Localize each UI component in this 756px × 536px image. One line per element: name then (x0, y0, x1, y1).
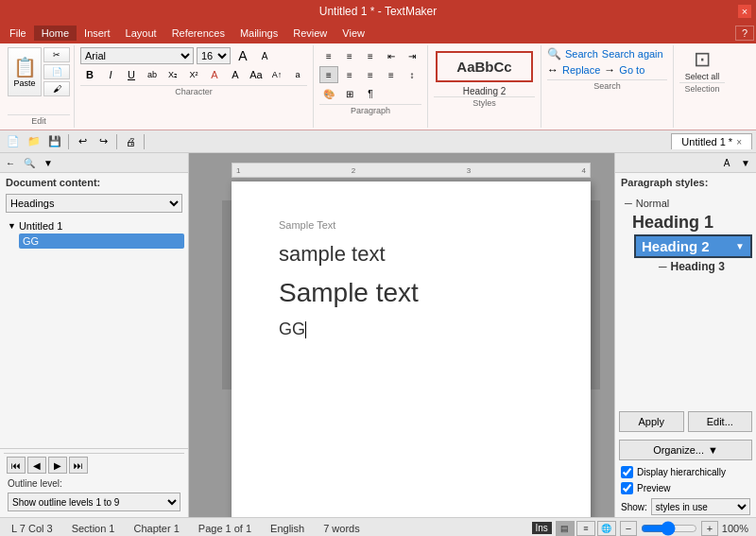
align-justify-button[interactable]: ≡ (382, 66, 401, 83)
format-paint-button[interactable]: 🖌 (43, 81, 70, 96)
search-magnifier-icon: 🔍 (547, 47, 561, 61)
menu-mailings[interactable]: Mailings (232, 26, 285, 41)
style-normal[interactable]: ─ Normal (619, 196, 752, 211)
right-collapse[interactable]: ▼ (737, 155, 754, 170)
superscript-button[interactable]: X² (184, 66, 203, 83)
print-button[interactable]: 🖨 (121, 133, 140, 150)
show-row: Show: styles in use all styles custom (615, 496, 756, 517)
doc-area[interactable]: 1234 Sample Text sample text Sample text… (189, 153, 614, 517)
numbering-button[interactable]: ≡ (340, 47, 359, 64)
clear-format-button[interactable]: Aa (247, 66, 266, 83)
subscript-button[interactable]: X₂ (163, 66, 182, 83)
sidebar-btn-1[interactable]: ← (2, 155, 19, 170)
style-heading1-wrapper: Heading 1 (627, 211, 752, 234)
display-hierarchically-checkbox[interactable] (621, 466, 633, 478)
help-button[interactable]: ? (735, 26, 754, 41)
redo-button[interactable]: ↪ (94, 133, 112, 150)
replace-button[interactable]: Replace (562, 64, 600, 76)
menu-insert[interactable]: Insert (77, 26, 118, 41)
new-button[interactable]: 📄 (4, 133, 23, 150)
preview-checkbox[interactable] (621, 482, 633, 494)
menu-review[interactable]: Review (285, 26, 335, 41)
style-heading1[interactable]: Heading 1 (627, 211, 752, 234)
indent-decrease-button[interactable]: ⇤ (382, 47, 401, 64)
view-normal[interactable]: ▤ (556, 521, 575, 536)
copy-button[interactable]: 📄 (43, 64, 70, 79)
show-formatting-button[interactable]: ¶ (361, 85, 380, 102)
style-heading3[interactable]: ─ Heading 3 (653, 258, 752, 275)
sidebar-collapse[interactable]: ▼ (40, 155, 57, 170)
menu-home[interactable]: Home (34, 26, 77, 41)
style-name-label: Heading 2 (434, 86, 535, 96)
italic-button[interactable]: I (101, 66, 120, 83)
align-right-button[interactable]: ≡ (361, 66, 380, 83)
open-button[interactable]: 📁 (25, 133, 43, 150)
save-button[interactable]: 💾 (45, 133, 64, 150)
tab-close-button[interactable]: × (736, 137, 742, 147)
menu-references[interactable]: References (164, 26, 232, 41)
zoom-in-button[interactable]: + (701, 521, 718, 536)
view-web[interactable]: 🌐 (597, 521, 616, 536)
font-color-button[interactable]: A (205, 66, 224, 83)
preview-label: Preview (637, 483, 671, 493)
style-heading2[interactable]: Heading 2 ▼ (634, 234, 752, 258)
tab-bar: Untitled 1 * × (671, 133, 752, 149)
close-button[interactable]: × (737, 4, 752, 19)
style-heading3-wrapper: ─ Heading 3 (642, 258, 752, 275)
undo-button[interactable]: ↩ (73, 133, 92, 150)
paste-button[interactable]: 📋 Paste (8, 47, 42, 96)
edit-button[interactable]: Edit... (688, 411, 753, 432)
goto-button[interactable]: Go to (619, 64, 644, 76)
cut-button[interactable]: ✂ (43, 47, 70, 62)
right-search-btn[interactable]: A (718, 155, 735, 170)
select-all-button[interactable]: Select all (685, 72, 720, 82)
nav-first[interactable]: ⏮ (7, 457, 26, 474)
nav-last[interactable]: ⏭ (69, 457, 88, 474)
indent-increase-button[interactable]: ⇥ (403, 47, 421, 64)
tree-item-gg[interactable]: GG (19, 233, 184, 249)
nav-prev[interactable]: ◀ (27, 457, 46, 474)
font-case-button[interactable]: A↑ (267, 66, 286, 83)
show-select[interactable]: styles in use all styles custom (651, 498, 750, 515)
doc-tab[interactable]: Untitled 1 * × (671, 133, 752, 149)
font-size-select[interactable]: 16 (197, 47, 231, 64)
left-sidebar: ← 🔍 ▼ Document content: Headings ▼ Untit… (0, 153, 189, 517)
menu-layout[interactable]: Layout (118, 26, 164, 41)
bullets-button[interactable]: ≡ (319, 47, 338, 64)
style-preview: AaBbCc (436, 51, 533, 82)
increase-font-button[interactable]: A (233, 47, 252, 64)
apply-button[interactable]: Apply (619, 411, 684, 432)
font-name-select[interactable]: Arial (80, 47, 194, 64)
shading-button[interactable]: 🎨 (319, 85, 338, 102)
view-print[interactable]: ≡ (576, 521, 595, 536)
align-left-button[interactable]: ≡ (319, 66, 338, 83)
tree-root[interactable]: ▼ Untitled 1 (4, 218, 184, 233)
line-spacing-button[interactable]: ↕ (403, 66, 421, 83)
menu-view[interactable]: View (335, 26, 372, 41)
borders-button[interactable]: ⊞ (340, 85, 359, 102)
search-again-button[interactable]: Search again (602, 48, 663, 60)
decrease-font-button[interactable]: A (255, 47, 274, 64)
nav-next[interactable]: ▶ (48, 457, 67, 474)
organize-button[interactable]: Organize... ▼ (619, 440, 752, 460)
zoom-out-button[interactable]: − (620, 521, 637, 536)
align-center-button[interactable]: ≡ (340, 66, 359, 83)
multilevel-button[interactable]: ≡ (361, 47, 380, 64)
search-button[interactable]: Search (565, 48, 598, 60)
expand-icon: ▼ (8, 221, 16, 231)
underline-button[interactable]: U (122, 66, 141, 83)
tree-dash2: ─ (659, 260, 667, 273)
highlight-button[interactable]: A (226, 66, 245, 83)
zoom-slider[interactable] (641, 521, 697, 536)
tree-root-label: Untitled 1 (19, 220, 62, 232)
bold-button[interactable]: B (80, 66, 99, 83)
headings-dropdown[interactable]: Headings (6, 194, 182, 213)
tree-sub: GG (19, 233, 184, 249)
menu-file[interactable]: File (2, 26, 34, 41)
font-small-button[interactable]: a (288, 66, 307, 83)
outline-dropdown[interactable]: Show outline levels 1 to 9 (8, 493, 180, 511)
document-page[interactable]: Sample Text sample text Sample text GG (232, 182, 591, 517)
insert-mode[interactable]: Ins (532, 522, 552, 534)
sidebar-btn-2[interactable]: 🔍 (21, 155, 38, 170)
strikethrough-button[interactable]: ab (143, 66, 162, 83)
